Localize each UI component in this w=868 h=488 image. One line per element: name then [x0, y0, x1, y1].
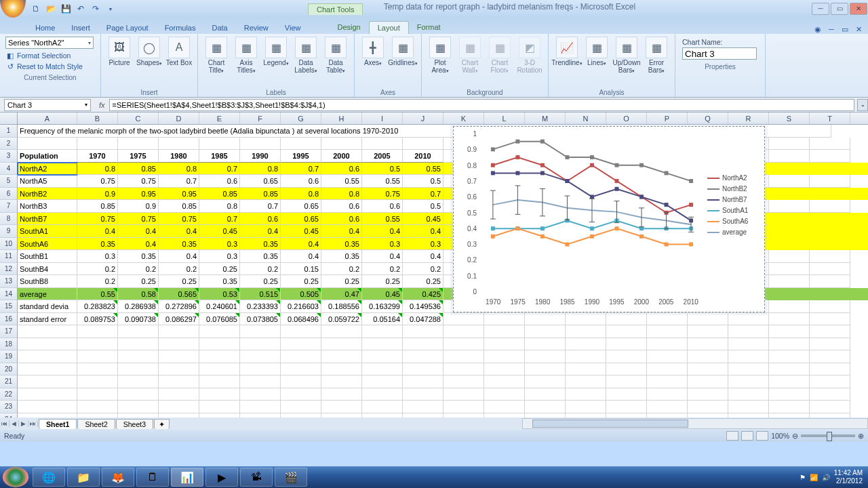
cell[interactable]	[18, 388, 77, 401]
tray-flag-icon[interactable]: ⚑	[800, 474, 806, 481]
cell[interactable]	[769, 375, 810, 388]
data-labels-button[interactable]: ▦Data Labels	[292, 35, 320, 75]
qat-redo-icon[interactable]: ↷	[90, 3, 102, 15]
legend-button[interactable]: ▦Legend	[262, 35, 290, 67]
cell[interactable]	[321, 325, 362, 338]
cell[interactable]	[18, 325, 77, 338]
maximize-button[interactable]: ▭	[831, 3, 848, 15]
cell[interactable]: 0.25	[199, 263, 240, 276]
cell[interactable]: 0.4	[118, 225, 159, 238]
taskbar-ie-icon[interactable]: 🌐	[33, 468, 65, 487]
cell[interactable]	[240, 375, 281, 388]
cell[interactable]	[18, 338, 77, 351]
cell[interactable]	[281, 363, 321, 376]
cell[interactable]	[321, 401, 362, 413]
tab-layout[interactable]: Layout	[369, 21, 409, 34]
column-header[interactable]: F	[240, 113, 281, 124]
cell[interactable]	[77, 388, 118, 401]
row-header[interactable]: 8	[0, 213, 18, 226]
column-header[interactable]: G	[281, 113, 321, 124]
cell[interactable]: 0.05164	[362, 313, 403, 326]
qat-save-icon[interactable]: 💾	[60, 3, 72, 15]
cell[interactable]	[362, 363, 403, 376]
data-table-button[interactable]: ▦Data Table	[321, 35, 350, 75]
cell[interactable]	[199, 363, 240, 376]
cell[interactable]: 0.7	[199, 213, 240, 226]
sheet-tab[interactable]: Sheet1	[39, 419, 77, 429]
cell[interactable]: 0.35	[321, 238, 362, 251]
cell[interactable]	[606, 325, 647, 338]
tab-insert[interactable]: Insert	[63, 22, 98, 34]
cell[interactable]: 0.35	[159, 238, 199, 251]
cell[interactable]: 0.272896	[159, 300, 199, 313]
row-header[interactable]: 2	[0, 138, 18, 150]
cell[interactable]	[688, 363, 728, 376]
cell[interactable]	[810, 300, 850, 313]
cell[interactable]: 0.076085	[199, 313, 240, 326]
cell[interactable]	[484, 401, 525, 413]
cell[interactable]	[18, 375, 77, 388]
cell[interactable]	[688, 350, 728, 363]
cell[interactable]: 0.7	[159, 175, 199, 188]
cell[interactable]: NorthB2	[18, 188, 77, 201]
cell[interactable]: 0.6	[281, 175, 321, 188]
cell[interactable]	[606, 313, 647, 326]
cell[interactable]: 0.3	[199, 250, 240, 263]
cell[interactable]	[606, 363, 647, 376]
cell[interactable]	[199, 325, 240, 338]
cell[interactable]: 0.6	[240, 213, 281, 226]
embedded-chart[interactable]: 00.10.20.30.40.50.60.70.80.91 1970197519…	[453, 126, 765, 312]
cell[interactable]	[321, 388, 362, 401]
cell[interactable]	[728, 350, 769, 363]
cell[interactable]	[281, 401, 321, 413]
cell[interactable]	[321, 375, 362, 388]
cell[interactable]: 0.85	[159, 200, 199, 213]
tab-design[interactable]: Design	[329, 21, 368, 34]
taskbar-powerpoint-icon[interactable]: 📽	[240, 468, 273, 487]
cell[interactable]: 0.8	[321, 188, 362, 201]
cell[interactable]: 0.45	[199, 225, 240, 238]
column-header[interactable]: T	[810, 113, 850, 124]
cell[interactable]	[688, 325, 728, 338]
shapes-button[interactable]: ◯Shapes	[135, 35, 163, 67]
cell[interactable]	[647, 401, 688, 413]
cell[interactable]	[199, 338, 240, 351]
axis-titles-button[interactable]: ▦Axis Titles	[232, 35, 260, 75]
cell[interactable]: 0.4	[403, 250, 443, 263]
cell[interactable]: 0.5	[403, 200, 443, 213]
cell[interactable]: 0.089753	[77, 313, 118, 326]
cell[interactable]: 2010	[403, 150, 443, 163]
row-header[interactable]: 17	[0, 325, 18, 338]
cell[interactable]	[525, 325, 566, 338]
cell[interactable]	[443, 313, 484, 326]
cell[interactable]	[484, 350, 525, 363]
cell[interactable]	[728, 375, 769, 388]
cell[interactable]: 0.188556	[321, 300, 362, 313]
cell[interactable]	[769, 138, 810, 150]
cell[interactable]	[769, 200, 810, 213]
cell[interactable]: 0.6	[321, 213, 362, 226]
chart-element-dropdown[interactable]: Series "NorthA2"	[5, 37, 94, 49]
row-header[interactable]: 16	[0, 313, 18, 326]
name-box[interactable]: Chart 3	[4, 99, 91, 111]
cell[interactable]: 0.55	[403, 163, 443, 176]
cell[interactable]: 0.4	[77, 225, 118, 238]
zoom-slider[interactable]	[801, 434, 855, 437]
column-header[interactable]: D	[159, 113, 199, 124]
cell[interactable]: 0.35	[118, 250, 159, 263]
cell[interactable]: 0.047288	[403, 313, 443, 326]
row-header[interactable]: 6	[0, 188, 18, 201]
taskbar-media-icon[interactable]: ▶	[205, 468, 238, 487]
cell[interactable]: 0.4	[362, 250, 403, 263]
cell[interactable]	[118, 375, 159, 388]
worksheet-grid[interactable]: ABCDEFGHIJKLMNOPQRST 1Frequency of the m…	[0, 113, 868, 442]
row-header[interactable]: 3	[0, 150, 18, 163]
cell[interactable]	[525, 313, 566, 326]
cell[interactable]	[566, 350, 606, 363]
row-header[interactable]: 5	[0, 175, 18, 188]
column-header[interactable]: P	[647, 113, 688, 124]
cell[interactable]	[281, 350, 321, 363]
cell[interactable]: 0.7	[199, 163, 240, 176]
cell[interactable]: 0.55	[362, 175, 403, 188]
cell[interactable]: 0.3	[77, 250, 118, 263]
